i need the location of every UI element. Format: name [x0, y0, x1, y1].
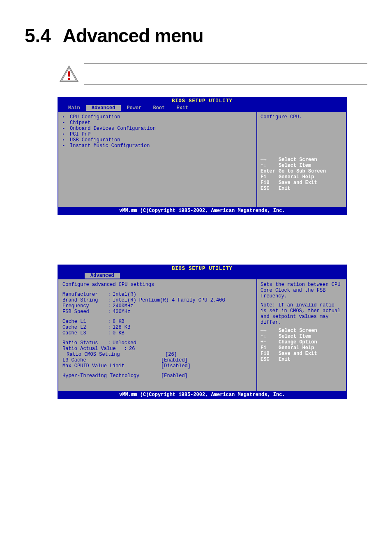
bios-help-panel: Configure CPU. ←→Select Screen ↑↓Select … — [257, 112, 346, 207]
svg-rect-2 — [68, 71, 70, 77]
tab-advanced[interactable]: Advanced — [85, 273, 120, 279]
bios-copyright: vMM.mm (C)Copyright 1985-2002, American … — [58, 207, 346, 214]
heading-number: 5.4 — [25, 25, 51, 47]
menu-cpu-config[interactable]: CPU Configuration — [62, 114, 252, 120]
bios-help-panel: Sets the ration between CPU Core Clock a… — [257, 279, 346, 391]
option-ratio-cmos[interactable]: Ratio CMOS Setting[26] — [62, 352, 252, 357]
option-l3-cache[interactable]: L3 Cache[Enabled] — [62, 357, 252, 363]
option-hyperthreading[interactable]: Hyper-Threading Technology[Enabled] — [62, 373, 252, 379]
caution-icon — [58, 64, 81, 84]
page-footer-rule — [25, 457, 367, 457]
info-cache-l3: Cache L3:0 KB — [62, 330, 252, 336]
tab-boot[interactable]: Boot — [147, 105, 171, 111]
bios-title: BIOS SETUP UTILITY — [58, 265, 346, 272]
bios-tabs: Main Advanced Power Boot Exit — [58, 104, 346, 112]
info-frequency: Frequency:2400MHz — [62, 303, 252, 309]
page-heading: 5.4 Advanced menu — [25, 25, 367, 47]
tab-exit[interactable]: Exit — [171, 105, 194, 111]
info-fsb-speed: FSB Speed:400MHz — [62, 309, 252, 315]
subtitle: Configure advanced CPU settings — [62, 282, 252, 288]
menu-usb-config[interactable]: USB Configuration — [62, 137, 252, 143]
info-ratio-status: Ratio Status:Unlocked — [62, 340, 252, 346]
bios-main-panel: Configure advanced CPU settings Manufact… — [58, 279, 257, 391]
tab-power[interactable]: Power — [121, 105, 147, 111]
option-max-cpuid[interactable]: Max CPUID Value Limit[Disabled] — [62, 363, 252, 369]
info-manufacturer: Manufacturer:Intel(R) — [62, 292, 252, 297]
heading-text: Advanced menu — [62, 25, 203, 47]
menu-onboard-devices[interactable]: Onboard Devices Configuration — [62, 126, 252, 131]
bios-title: BIOS SETUP UTILITY — [58, 98, 346, 104]
info-cache-l1: Cache L1:8 KB — [62, 319, 252, 325]
info-brand-string: Brand String:Intel(R) Pentium(R) 4 Famil… — [62, 297, 252, 303]
bios-window-cpu-config: BIOS SETUP UTILITY Advanced Configure ad… — [58, 265, 347, 399]
bios-copyright: vMM.mm (C)Copyright 1985-2002, American … — [58, 391, 346, 398]
tab-advanced[interactable]: Advanced — [86, 105, 121, 111]
svg-point-3 — [68, 78, 70, 80]
menu-instant-music[interactable]: Instant Music Configuration — [62, 143, 252, 149]
help-text: Sets the ration between CPU Core Clock a… — [261, 282, 343, 299]
help-text: Configure CPU. — [261, 114, 343, 120]
bios-main-panel: CPU Configuration Chipset Onboard Device… — [58, 112, 257, 207]
info-cache-l2: Cache L2:128 KB — [62, 325, 252, 330]
menu-chipset[interactable]: Chipset — [62, 120, 252, 126]
info-ratio-actual: Ratio Actual Value:26 — [62, 346, 252, 352]
menu-pci-pnp[interactable]: PCI PnP — [62, 131, 252, 137]
tab-main[interactable]: Main — [62, 105, 86, 111]
caution-callout — [58, 63, 367, 85]
help-note: Note: If an invalid ratio is set in CMOS… — [261, 302, 343, 325]
bios-window-advanced-menu: BIOS SETUP UTILITY Main Advanced Power B… — [58, 97, 347, 215]
bios-tabs: Advanced — [58, 272, 346, 279]
